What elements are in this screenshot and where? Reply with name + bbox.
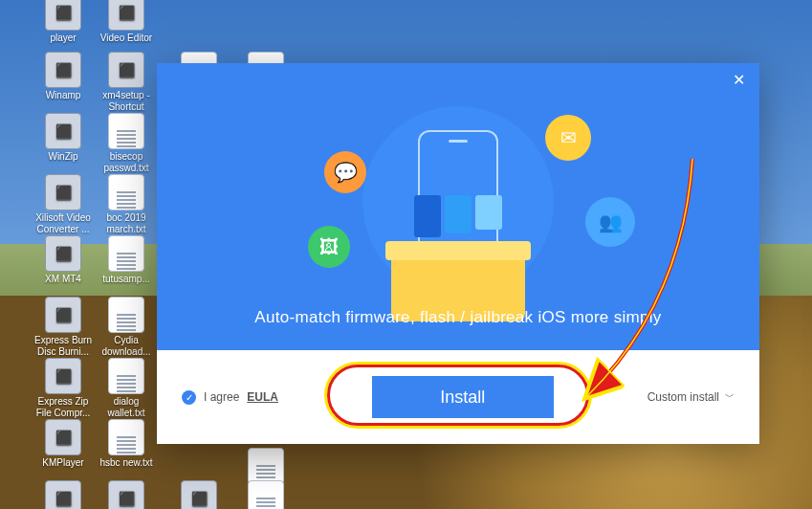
- app-icon: [45, 113, 81, 149]
- desktop-icon-label: Express Burn Disc Burni...: [33, 335, 94, 357]
- file-icon: [248, 480, 284, 509]
- image-icon: 🖼: [308, 226, 350, 268]
- desktop-icon[interactable]: xm4setup - Shortcut: [96, 52, 157, 112]
- file-icon: [108, 235, 144, 272]
- app-icon: [45, 174, 81, 210]
- app-icon: [108, 52, 144, 88]
- app-icon: [45, 297, 81, 333]
- desktop-icon[interactable]: Express Burn Disc Burni...: [33, 297, 94, 357]
- installer-footer: ✓ I agree EULA Install Custom install ﹀: [157, 350, 759, 444]
- app-icon: [181, 480, 217, 509]
- eula-link[interactable]: EULA: [247, 390, 278, 404]
- desktop-icon-label: KMPlayer: [33, 457, 94, 469]
- app-icon: [45, 358, 81, 394]
- installer-window: ✕ 💬 🖼 ✉ 👥 Auto-match firmware, flash / j…: [157, 63, 759, 444]
- desktop-icon[interactable]: dialog wallet.txt: [96, 358, 157, 418]
- desktop-icon-label: boc 2019 march.txt: [96, 212, 157, 234]
- desktop-icon-label: XM MT4: [33, 274, 94, 285]
- desktop-icon[interactable]: Cydia download...: [96, 297, 157, 357]
- desktop-icon-label: Xilisoft Video Converter ...: [33, 212, 94, 234]
- desktop-icon-label: hsbc new.txt: [96, 457, 157, 469]
- desktop-icon-label: tutusamp...: [96, 274, 157, 285]
- app-icon: [108, 480, 144, 509]
- desktop-icon[interactable]: jailbreakios...: [96, 480, 157, 509]
- desktop-icon-label: WinZip: [33, 151, 94, 163]
- agree-label: I agree: [204, 390, 239, 404]
- desktop-icon[interactable]: bisecop passwd.txt: [96, 113, 157, 173]
- desktop-icon[interactable]: NCH Suite: [33, 480, 94, 509]
- mail-icon: ✉: [545, 115, 591, 161]
- people-icon: 👥: [585, 197, 635, 247]
- app-icon: [45, 419, 81, 455]
- app-icon: [108, 0, 144, 31]
- desktop-icon[interactable]: XM MT4: [33, 235, 94, 285]
- desktop-icon[interactable]: samsung edge.txt: [235, 480, 296, 509]
- desktop-icon[interactable]: Video Editor: [96, 0, 157, 44]
- file-icon: [108, 174, 144, 210]
- custom-install-toggle[interactable]: Custom install ﹀: [647, 390, 735, 404]
- desktop-icon[interactable]: Express Zip File Compr...: [33, 358, 94, 418]
- installer-tagline: Auto-match firmware, flash / jailbreak i…: [157, 308, 759, 327]
- close-button[interactable]: ✕: [727, 69, 750, 92]
- file-icon: [108, 113, 144, 149]
- custom-install-label: Custom install: [647, 390, 719, 404]
- desktop: playerVideo EditorWinampxm4setup - Short…: [0, 0, 812, 509]
- chat-icon: 💬: [324, 151, 366, 193]
- desktop-icon[interactable]: Viber: [168, 480, 230, 509]
- desktop-icon[interactable]: Winamp: [33, 52, 94, 101]
- app-icon: [45, 480, 81, 509]
- app-icon: [45, 235, 81, 272]
- install-button[interactable]: Install: [372, 376, 554, 418]
- desktop-icon-label: xm4setup - Shortcut: [96, 90, 157, 112]
- desktop-icon[interactable]: hsbc new.txt: [96, 419, 157, 469]
- agree-checkbox[interactable]: ✓: [182, 390, 196, 405]
- desktop-icon[interactable]: boc 2019 march.txt: [96, 174, 157, 234]
- file-icon: [248, 448, 284, 484]
- desktop-icon-label: dialog wallet.txt: [96, 396, 157, 418]
- desktop-icon-label: Winamp: [33, 90, 94, 101]
- desktop-icon[interactable]: tutusamp...: [96, 235, 157, 285]
- file-icon: [108, 297, 144, 333]
- chevron-down-icon: ﹀: [725, 390, 735, 404]
- desktop-icon-label: player: [33, 33, 94, 44]
- agree-group: ✓ I agree EULA: [182, 390, 278, 405]
- app-icon: [45, 52, 81, 88]
- file-icon: [108, 419, 144, 455]
- desktop-icon[interactable]: Xilisoft Video Converter ...: [33, 174, 94, 234]
- desktop-icon-label: Cydia download...: [96, 335, 157, 357]
- desktop-icon[interactable]: KMPlayer: [33, 419, 94, 469]
- desktop-icon-label: bisecop passwd.txt: [96, 151, 157, 173]
- desktop-icon-label: Express Zip File Compr...: [33, 396, 94, 418]
- desktop-icon[interactable]: player: [33, 0, 94, 44]
- desktop-icon[interactable]: WinZip: [33, 113, 94, 163]
- hero-files: [414, 195, 502, 237]
- desktop-icon-label: Video Editor: [96, 33, 157, 44]
- app-icon: [45, 0, 81, 31]
- file-icon: [108, 358, 144, 394]
- installer-hero: ✕ 💬 🖼 ✉ 👥 Auto-match firmware, flash / j…: [157, 63, 759, 350]
